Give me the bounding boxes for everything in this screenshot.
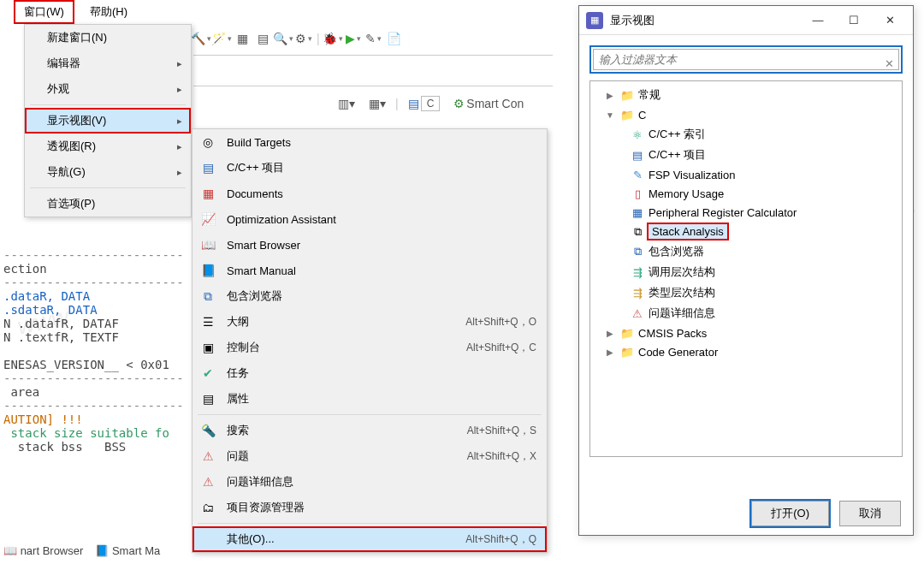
- smi-properties[interactable]: ▤属性: [192, 386, 547, 412]
- search2-icon: 🔦: [199, 422, 216, 439]
- memory-icon: ▯: [630, 187, 645, 200]
- smi-console[interactable]: ▣控制台Alt+Shift+Q，C: [192, 335, 547, 360]
- tab-smart-m[interactable]: 📘 Smart Ma: [95, 543, 160, 557]
- minimize-button[interactable]: —: [800, 9, 836, 33]
- clear-filter-icon[interactable]: ✕: [885, 57, 894, 70]
- menu-help[interactable]: 帮助(H): [81, 2, 136, 22]
- opt-icon: 📈: [199, 211, 216, 228]
- new-icon[interactable]: 📄: [387, 31, 402, 46]
- smi-build-targets[interactable]: ◎Build Targets: [192, 129, 547, 155]
- mi-appearance[interactable]: 外观: [25, 76, 191, 102]
- hammer-icon[interactable]: 🔨: [193, 31, 209, 46]
- tree-peripheral[interactable]: ▦Peripheral Register Calculator: [592, 203, 900, 222]
- folder-icon: 📁: [619, 108, 635, 122]
- target-icon: ◎: [199, 134, 216, 151]
- grid-icon[interactable]: ▤: [255, 31, 270, 46]
- tree-stack-analysis[interactable]: ⧉Stack Analysis: [592, 222, 900, 241]
- pdf-icon: ▦: [199, 185, 216, 202]
- manual2-icon: 📘: [95, 543, 109, 557]
- search-icon[interactable]: 🔍: [275, 31, 291, 46]
- smi-optimization[interactable]: 📈Optimization Assistant: [192, 206, 547, 232]
- stack-icon: ⧉: [630, 225, 645, 239]
- tree-c-index[interactable]: ⚛C/C++ 索引: [592, 124, 900, 145]
- smi-c-projects[interactable]: ▤C/C++ 项目: [192, 155, 547, 181]
- smi-smart-browser[interactable]: 📖Smart Browser: [192, 232, 547, 258]
- tool-icon[interactable]: 🪄: [214, 31, 229, 46]
- fsp-icon: ✎: [630, 168, 645, 181]
- smi-include-browser[interactable]: ⧉包含浏览器: [192, 283, 547, 309]
- toolbar-secondary: ▥▾ ▦▾ | ▤ C ⚙ Smart Con: [334, 91, 528, 116]
- tree-c-projects[interactable]: ▤C/C++ 项目: [592, 145, 900, 165]
- browser2-icon: 📖: [3, 543, 17, 557]
- problems-icon: ⚠: [199, 448, 216, 465]
- maximize-button[interactable]: ☐: [836, 9, 872, 33]
- folder-icon: 📁: [619, 88, 635, 102]
- outline-icon: ☰: [199, 313, 216, 330]
- binary-icon[interactable]: ▦: [234, 31, 250, 46]
- dialog-titlebar: ▦ 显示视图 — ☐ ✕: [579, 6, 913, 35]
- tree-problem-details[interactable]: ⚠问题详细信息: [592, 303, 900, 324]
- project-icon: 🗂: [199, 499, 216, 516]
- include2-icon: ⧉: [630, 245, 645, 258]
- tree-general[interactable]: ▶📁常规: [592, 85, 900, 105]
- include-icon: ⧉: [199, 288, 216, 305]
- tree-c[interactable]: ▼📁C: [592, 105, 900, 124]
- tree-cmsis[interactable]: ▶📁CMSIS Packs: [592, 324, 900, 342]
- tree-call-hierarchy[interactable]: ⇶调用层次结构: [592, 262, 900, 282]
- mi-navigation[interactable]: 导航(G): [25, 159, 191, 185]
- c-file-icon: ▤: [199, 159, 216, 176]
- window-dropdown: 新建窗口(N) 编辑器 外观 显示视图(V) 透视图(R) 导航(G) 首选项(…: [24, 24, 192, 217]
- tree-codegen[interactable]: ▶📁Code Generator: [592, 342, 900, 361]
- smi-tasks[interactable]: ✔任务: [192, 360, 547, 386]
- tree-memory[interactable]: ▯Memory Usage: [592, 184, 900, 203]
- mi-perspective[interactable]: 透视图(R): [25, 134, 191, 159]
- bug-icon[interactable]: 🐞: [325, 31, 341, 46]
- mi-editor[interactable]: 编辑器: [25, 50, 191, 76]
- smi-search[interactable]: 🔦搜索Alt+Shift+Q，S: [192, 418, 547, 443]
- c-icon: ▤: [408, 97, 419, 110]
- dialog-title: 显示视图: [610, 13, 800, 28]
- type-icon: ⇶: [630, 286, 645, 300]
- menu-window[interactable]: 窗口(W): [14, 0, 74, 24]
- tree-fsp[interactable]: ✎FSP Visualization: [592, 165, 900, 184]
- smi-problem-details[interactable]: ⚠问题详细信息: [192, 469, 547, 495]
- bottom-tabs: 📖 nart Browser 📘 Smart Ma: [0, 539, 160, 561]
- smi-project-explorer[interactable]: 🗂项目资源管理器: [192, 495, 547, 520]
- run-icon[interactable]: ▶: [346, 31, 361, 46]
- show-view-submenu: ◎Build Targets ▤C/C++ 项目 ▦Documents 📈Opt…: [192, 128, 548, 553]
- close-button[interactable]: ✕: [872, 9, 908, 33]
- filter-input[interactable]: [593, 49, 899, 70]
- call-icon: ⇶: [630, 265, 645, 279]
- tree-include-browser[interactable]: ⧉包含浏览器: [592, 241, 900, 262]
- filter-wrap: [589, 45, 903, 74]
- smi-smart-manual[interactable]: 📘Smart Manual: [192, 258, 547, 283]
- index-icon: ⚛: [630, 128, 645, 141]
- smi-problems[interactable]: ⚠问题Alt+Shift+Q，X: [192, 443, 547, 469]
- tree-type-hierarchy[interactable]: ⇶类型层次结构: [592, 282, 900, 303]
- editor-background: ------------------------- ection -------…: [0, 248, 192, 454]
- pane-icon[interactable]: ▦▾: [364, 95, 390, 112]
- view-tree[interactable]: ▶📁常规 ▼📁C ⚛C/C++ 索引 ▤C/C++ 项目 ✎FSP Visual…: [589, 80, 903, 457]
- view-icon[interactable]: ▥▾: [334, 95, 359, 112]
- cancel-button[interactable]: 取消: [839, 501, 901, 526]
- tool2-icon[interactable]: ✎: [366, 31, 382, 46]
- calc-icon: ▦: [630, 205, 645, 219]
- problem-icon: ⚠: [630, 306, 645, 320]
- mi-preferences[interactable]: 首选项(P): [25, 191, 191, 217]
- gear-icon[interactable]: ⚙: [296, 31, 311, 46]
- browser-icon: 📖: [199, 236, 216, 253]
- mi-show-view[interactable]: 显示视图(V): [25, 108, 191, 134]
- smart-button[interactable]: ⚙ Smart Con: [449, 95, 528, 112]
- smi-documents[interactable]: ▦Documents: [192, 181, 547, 206]
- smi-other[interactable]: 其他(O)...Alt+Shift+Q，Q: [192, 526, 547, 552]
- c-perspective[interactable]: ▤ C: [404, 94, 445, 113]
- c-file-icon: ▤: [630, 148, 645, 162]
- blank-icon: [199, 531, 216, 548]
- smi-outline[interactable]: ☰大纲Alt+Shift+Q，O: [192, 309, 547, 335]
- tab-smart-browser[interactable]: 📖 nart Browser: [3, 543, 83, 557]
- open-button[interactable]: 打开(O): [751, 501, 829, 526]
- mi-new-window[interactable]: 新建窗口(N): [25, 25, 191, 50]
- folder-icon: 📁: [619, 345, 635, 359]
- console-icon: ▣: [199, 339, 216, 356]
- show-view-dialog: ▦ 显示视图 — ☐ ✕ ✕ ▶📁常规 ▼📁C ⚛C/C++ 索引 ▤C/C++…: [578, 5, 914, 536]
